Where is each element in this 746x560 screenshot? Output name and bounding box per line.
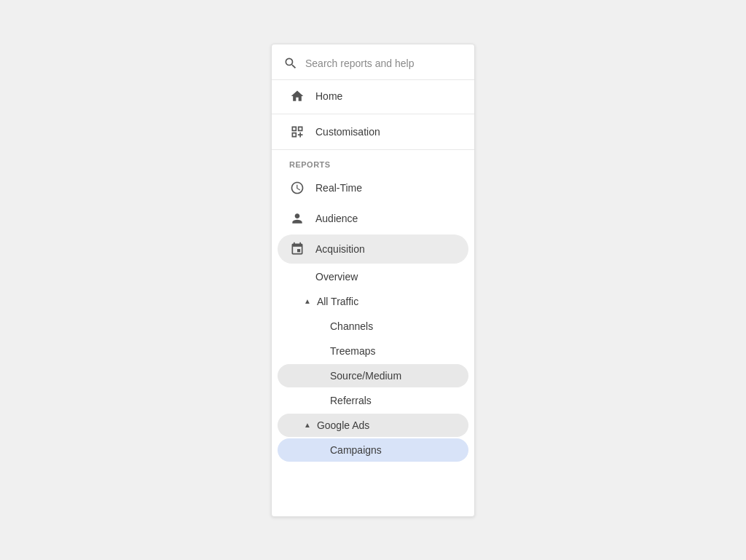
home-label: Home (315, 90, 342, 102)
sidebar-item-referrals[interactable]: Referrals (278, 389, 468, 412)
search-placeholder-text: Search reports and help (305, 58, 414, 69)
reports-section-header: REPORTS (272, 153, 474, 172)
divider-1 (272, 114, 474, 114)
all-traffic-arrow-icon: ▲ (304, 297, 311, 305)
realtime-label: Real-Time (315, 182, 362, 194)
audience-label: Audience (315, 213, 358, 224)
treemaps-label: Treemaps (330, 345, 376, 357)
channels-label: Channels (330, 320, 373, 332)
sidebar-item-customisation[interactable]: Customisation (278, 117, 468, 146)
audience-icon (289, 211, 305, 226)
sidebar-item-acquisition[interactable]: Acquisition (278, 234, 468, 264)
source-medium-label: Source/Medium (330, 370, 401, 382)
nav-scroll-area: Home Customisation REPORTS Real-Time (272, 80, 474, 516)
sidebar: Search reports and help Home Customisati… (271, 44, 475, 517)
sidebar-item-home[interactable]: Home (278, 82, 468, 111)
google-ads-label: Google Ads (317, 419, 369, 431)
search-bar[interactable]: Search reports and help (272, 44, 474, 80)
sidebar-item-source-medium[interactable]: Source/Medium (278, 364, 468, 387)
acquisition-icon (289, 242, 305, 256)
google-ads-arrow-icon: ▲ (304, 421, 311, 429)
overview-label: Overview (315, 271, 358, 283)
acquisition-label: Acquisition (315, 243, 365, 255)
sidebar-item-realtime[interactable]: Real-Time (278, 173, 468, 202)
referrals-label: Referrals (330, 395, 372, 406)
customisation-icon (289, 125, 305, 139)
sidebar-item-channels[interactable]: Channels (278, 315, 468, 338)
divider-2 (272, 149, 474, 150)
all-traffic-label: All Traffic (317, 296, 358, 307)
sidebar-group-google-ads[interactable]: ▲ Google Ads (278, 414, 468, 437)
sidebar-item-campaigns[interactable]: Campaigns (278, 438, 468, 462)
search-icon (283, 56, 298, 71)
realtime-icon (289, 181, 305, 195)
sidebar-item-audience[interactable]: Audience (278, 204, 468, 233)
sidebar-group-all-traffic[interactable]: ▲ All Traffic (278, 290, 468, 313)
home-icon (289, 89, 305, 103)
customisation-label: Customisation (315, 126, 380, 138)
sidebar-item-overview[interactable]: Overview (278, 265, 468, 288)
campaigns-label: Campaigns (330, 444, 382, 456)
sidebar-item-treemaps[interactable]: Treemaps (278, 339, 468, 363)
